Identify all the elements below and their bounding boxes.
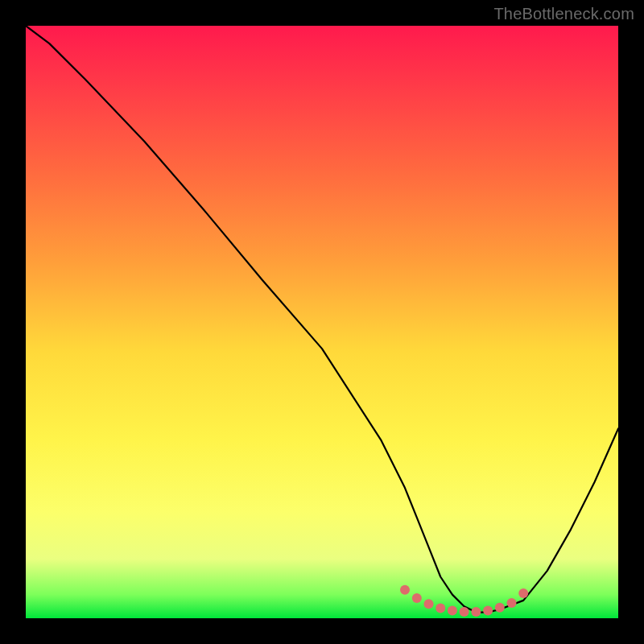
highlight-dots: [400, 585, 528, 617]
chart-frame: TheBottleneck.com: [0, 0, 644, 644]
watermark-text: TheBottleneck.com: [493, 5, 634, 23]
highlight-dot: [436, 604, 445, 613]
highlight-dot: [424, 599, 434, 609]
plot-area: [26, 26, 618, 618]
highlight-dot: [495, 603, 505, 613]
highlight-dot: [448, 605, 457, 615]
highlight-dot: [518, 588, 528, 598]
curve-layer: [26, 26, 618, 618]
highlight-dot: [507, 598, 517, 608]
highlight-dot: [400, 585, 410, 595]
highlight-dot: [460, 607, 469, 617]
bottleneck-curve: [26, 26, 618, 613]
highlight-dot: [471, 607, 481, 617]
highlight-dot: [483, 605, 493, 615]
highlight-dot: [412, 593, 422, 603]
